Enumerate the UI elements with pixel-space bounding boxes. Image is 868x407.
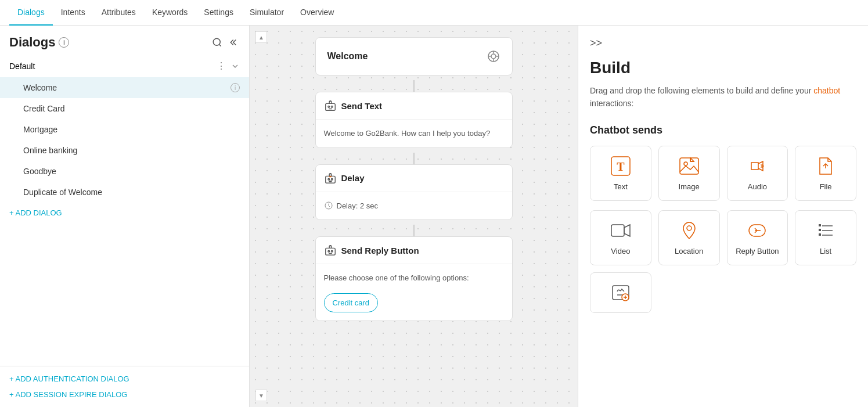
svg-rect-48 [819, 229, 821, 231]
sidebar-item-online-banking[interactable]: Online banking [0, 140, 249, 161]
chevron-down-icon [230, 62, 240, 71]
svg-point-41 [687, 226, 691, 230]
credit-card-chip[interactable]: Credit card [324, 293, 379, 313]
nav-simulator[interactable]: Simulator [242, 0, 292, 26]
build-item-reply-button-label: Reply Button [736, 247, 779, 255]
sidebar-group-label: Default [9, 62, 35, 71]
more-icon[interactable]: ⋮ [217, 60, 226, 71]
build-item-location-label: Location [675, 247, 703, 255]
location-icon [679, 220, 700, 241]
svg-point-25 [331, 250, 333, 252]
delay-card[interactable]: Delay Delay: 2 sec [315, 164, 513, 221]
build-item-file-label: File [820, 182, 832, 191]
nav-overview[interactable]: Overview [292, 0, 342, 26]
build-item-text[interactable]: T Text [590, 146, 651, 201]
svg-point-14 [327, 178, 329, 180]
delay-robot-icon [324, 172, 337, 185]
sidebar-item-credit-card[interactable]: Credit Card [0, 98, 249, 119]
build-item-list-label: List [820, 247, 831, 255]
build-item-text-label: Text [614, 182, 628, 191]
nav-settings[interactable]: Settings [196, 0, 242, 26]
svg-rect-30 [680, 158, 698, 174]
svg-marker-34 [751, 163, 758, 170]
target-icon[interactable] [487, 49, 500, 63]
add-auth-dialog-link[interactable]: + ADD AUTHENTICATION DIALOG [9, 371, 240, 387]
svg-rect-39 [611, 225, 624, 236]
collapse-button[interactable] [229, 37, 240, 48]
svg-line-1 [219, 44, 221, 46]
build-description: Drag and drop the following elements to … [590, 84, 856, 110]
svg-rect-16 [329, 181, 332, 182]
text-icon: T [610, 156, 631, 177]
custom-icon [610, 282, 631, 303]
send-text-card[interactable]: Send Text Welcome to Go2Bank. How can I … [315, 92, 513, 148]
svg-point-0 [213, 38, 220, 45]
sidebar-item-goodbye[interactable]: Goodbye [0, 161, 249, 182]
build-item-file[interactable]: File [795, 146, 856, 201]
sidebar-title: Dialogs [9, 35, 55, 50]
build-item-audio-label: Audio [748, 182, 767, 191]
sidebar-item-mortgage[interactable]: Mortgage [0, 119, 249, 140]
audio-icon [747, 156, 768, 177]
build-item-video[interactable]: Video [590, 210, 651, 265]
svg-marker-40 [624, 225, 630, 236]
info-icon-welcome: i [230, 83, 240, 92]
reply-body: Please choose one of the following optio… [316, 264, 512, 320]
build-item-audio[interactable]: Audio [727, 146, 788, 201]
build-item-video-label: Video [611, 247, 630, 255]
svg-point-15 [331, 178, 333, 180]
build-expand-button[interactable]: >> [590, 37, 856, 49]
chatbot-sends-title: Chatbot sends [590, 124, 856, 136]
svg-rect-23 [325, 248, 335, 255]
welcome-node-label: Welcome [327, 51, 368, 62]
svg-point-24 [327, 250, 329, 252]
chevron-left-icon [229, 37, 240, 48]
build-item-list[interactable]: List [795, 210, 856, 265]
scroll-down-button[interactable]: ▼ [255, 390, 267, 401]
welcome-node: Welcome [315, 37, 513, 75]
search-icon [212, 37, 222, 48]
nav-keywords[interactable]: Keywords [144, 0, 196, 26]
nav-intents[interactable]: Intents [53, 0, 93, 26]
info-icon: i [59, 37, 69, 48]
build-title: Build [590, 59, 856, 77]
send-text-body: Welcome to Go2Bank. How can I help you t… [316, 120, 512, 147]
svg-rect-8 [325, 103, 335, 110]
build-item-reply-button[interactable]: Reply Button [727, 210, 788, 265]
svg-rect-49 [819, 233, 821, 236]
svg-text:T: T [617, 160, 625, 173]
svg-rect-47 [819, 224, 821, 226]
build-item-image-label: Image [679, 182, 700, 191]
nav-attributes[interactable]: Attributes [93, 0, 144, 26]
nav-dialogs[interactable]: Dialogs [9, 0, 53, 26]
image-icon [679, 156, 700, 177]
add-dialog-link[interactable]: + ADD DIALOG [0, 203, 249, 223]
send-reply-card[interactable]: 100% + − Send Reply Button Please choose… [315, 236, 513, 321]
video-icon [610, 220, 631, 241]
clock-icon [324, 201, 333, 210]
build-item-custom[interactable] [590, 272, 651, 313]
build-item-location[interactable]: Location [658, 210, 720, 265]
list-icon [815, 220, 836, 241]
sidebar-group-default[interactable]: Default ⋮ [0, 55, 249, 77]
sidebar-item-welcome[interactable]: Welcome i [0, 77, 249, 98]
search-button[interactable] [212, 37, 222, 48]
robot-icon [324, 99, 337, 112]
build-item-image[interactable]: Image [658, 146, 720, 201]
sidebar-item-duplicate-welcome[interactable]: Duplicate of Welcome [0, 182, 249, 203]
svg-point-31 [684, 162, 687, 165]
file-icon [815, 156, 836, 177]
delay-body: Delay: 2 sec [316, 192, 512, 220]
reply-button-icon [747, 220, 768, 241]
svg-point-9 [327, 106, 329, 107]
reply-robot-icon [324, 244, 337, 257]
scroll-up-button[interactable]: ▲ [255, 31, 267, 43]
add-session-dialog-link[interactable]: + ADD SESSION EXPIRE DIALOG [9, 387, 240, 402]
svg-point-3 [491, 54, 496, 59]
svg-point-10 [331, 106, 333, 107]
